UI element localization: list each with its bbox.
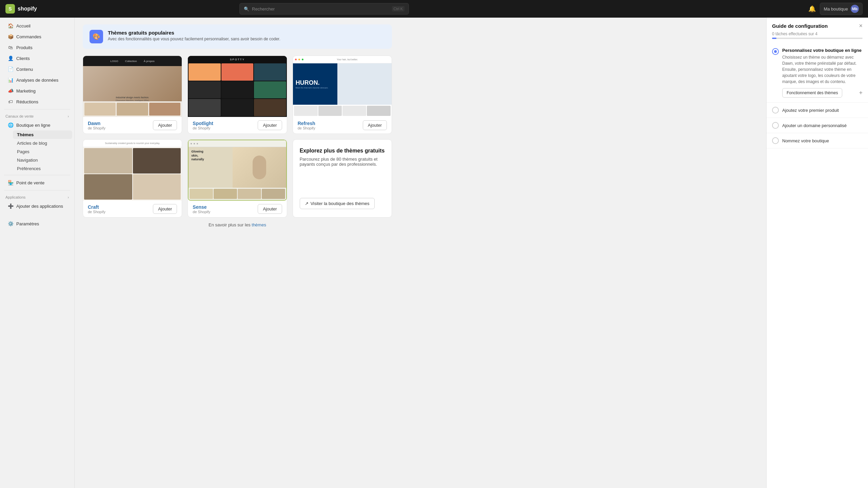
ma-boutique-button[interactable]: Ma boutique Mb: [820, 3, 863, 15]
external-link-icon: ↗: [305, 201, 309, 206]
sidebar-item-preferences[interactable]: Préférences: [13, 164, 72, 173]
sidebar-item-clients[interactable]: 👤 Clients: [2, 53, 72, 64]
marketing-icon: 📣: [7, 88, 14, 94]
sidebar-item-navigation[interactable]: Navigation: [13, 156, 72, 164]
visit-theme-store-button[interactable]: ↗ Visiter la boutique des thèmes: [300, 198, 375, 209]
add-sense-button[interactable]: Ajouter: [258, 204, 282, 214]
theme-card-bottom-dawn: Dawn de Shopify Ajouter: [83, 117, 182, 134]
theme-by-craft: de Shopify: [88, 210, 105, 214]
add-dawn-button[interactable]: Ajouter: [153, 120, 177, 130]
add-spotlight-button[interactable]: Ajouter: [258, 120, 282, 130]
notification-button[interactable]: 🔔: [808, 5, 816, 13]
sidebar-label-accueil: Accueil: [16, 23, 31, 28]
sidebar-item-reductions[interactable]: 🏷 Réductions: [2, 96, 72, 107]
sense-nav: [189, 140, 286, 147]
sidebar-label-boutique-en-ligne: Boutique en ligne: [16, 123, 50, 128]
sidebar-item-pages[interactable]: Pages: [13, 147, 72, 156]
logo[interactable]: S shopify: [5, 4, 37, 14]
task-action-btn-personnaliser[interactable]: Fonctionnement des thèmes: [782, 88, 842, 98]
sidebar-item-accueil[interactable]: 🏠 Accueil: [2, 20, 72, 31]
dawn-products: [83, 101, 182, 117]
task-expand-btn-personnaliser[interactable]: +: [859, 89, 863, 97]
refresh-products: [293, 105, 392, 117]
visit-label: Visiter la boutique des thèmes: [311, 201, 370, 206]
sidebar-item-boutique-en-ligne[interactable]: 🌐 Boutique en ligne: [2, 120, 72, 130]
themes-grid: LOGOCollectionÀ propos Industrial design…: [83, 56, 392, 218]
task-circle-premier-produit: [772, 107, 779, 114]
sidebar-item-ajouter-apps[interactable]: ➕ Ajouter des applications: [2, 201, 72, 211]
theme-card-sense: Glowingskin,naturally: [188, 139, 287, 218]
panel-title: Guide de configuration: [772, 23, 828, 29]
sidebar-label-articles: Articles de blog: [17, 141, 47, 146]
theme-preview-refresh: Your hair, but better. HURON. Meet the I…: [293, 56, 392, 117]
panel-task-premier-produit[interactable]: Ajoutez votre premier produit: [767, 103, 868, 118]
theme-card-spotlight: SPOTTY: [188, 56, 287, 134]
sidebar-item-contenu[interactable]: 📄 Contenu: [2, 64, 72, 75]
panel-task-personnaliser[interactable]: Personnalisez votre boutique en ligne Ch…: [767, 43, 868, 103]
sidebar-label-clients: Clients: [16, 56, 30, 61]
panel-progress-label: 0 tâches effectuées sur 4: [772, 32, 863, 36]
explore-title: Explorez plus de thèmes gratuits: [300, 148, 385, 154]
add-craft-button[interactable]: Ajouter: [153, 204, 177, 214]
theme-preview-craft: Sustainably created goods to nourish you…: [83, 140, 182, 201]
home-icon: 🏠: [7, 23, 14, 29]
sidebar-item-commandes[interactable]: 📦 Commandes: [2, 31, 72, 42]
applications-section-label: Applications ›: [0, 192, 74, 201]
theme-name-spotlight[interactable]: Spotlight: [193, 121, 213, 126]
theme-card-craft: Sustainably created goods to nourish you…: [83, 139, 182, 218]
add-refresh-button[interactable]: Ajouter: [363, 120, 387, 130]
search-bar[interactable]: 🔍 Ctrl K: [239, 3, 409, 15]
banner-description: Avec des fonctionnalités que vous pouvez…: [108, 37, 280, 41]
sidebar-label-point-vente: Point de vente: [16, 180, 44, 185]
boutique-label: Ma boutique: [824, 6, 848, 12]
themes-link[interactable]: thèmes: [252, 222, 266, 227]
progress-bar: [772, 38, 863, 39]
progress-fill: [772, 38, 776, 39]
explore-card: Explorez plus de thèmes gratuits Parcour…: [293, 139, 392, 218]
panel-task-nommer[interactable]: Nommez votre boutique: [767, 133, 868, 148]
panel-close-button[interactable]: ×: [859, 22, 863, 29]
sidebar-item-themes[interactable]: Thèmes: [13, 130, 72, 139]
sidebar-item-point-de-vente[interactable]: 🏪 Point de vente: [2, 177, 72, 188]
sidebar-divider-2: [4, 175, 70, 175]
sidebar-label-parametres: Paramètres: [16, 221, 39, 226]
logo-text: shopify: [18, 6, 37, 12]
point-vente-icon: 🏪: [7, 180, 14, 186]
boutique-en-ligne-icon: 🌐: [7, 122, 14, 128]
canaux-section-label: Canaux de vente ›: [0, 111, 74, 120]
theme-card-dawn: LOGOCollectionÀ propos Industrial design…: [83, 56, 182, 134]
task-text-premier-produit: Ajoutez votre premier produit: [782, 108, 839, 113]
content-area: 🎨 Thèmes gratuits populaires Avec des fo…: [75, 18, 766, 488]
sidebar-label-ajouter-apps: Ajouter des applications: [16, 204, 63, 209]
spotlight-nav: SPOTTY: [188, 56, 287, 63]
panel-task-domaine[interactable]: Ajouter un domaine personnalisé: [767, 118, 868, 133]
refresh-hero: HURON. Meet the Internet's favorite skin…: [293, 63, 392, 105]
theme-name-dawn[interactable]: Dawn: [88, 121, 105, 126]
sidebar: 🏠 Accueil 📦 Commandes 🛍 Produits 👤 Clien…: [0, 18, 75, 488]
topbar-right: 🔔 Ma boutique Mb: [808, 3, 863, 15]
theme-name-craft[interactable]: Craft: [88, 204, 105, 210]
theme-by-refresh: de Shopify: [298, 126, 315, 130]
sidebar-item-articles[interactable]: Articles de blog: [13, 139, 72, 147]
sidebar-item-marketing[interactable]: 📣 Marketing: [2, 85, 72, 96]
refresh-nav: Your hair, but better.: [293, 56, 392, 63]
sidebar-item-produits[interactable]: 🛍 Produits: [2, 42, 72, 53]
theme-card-bottom-spotlight: Spotlight de Shopify Ajouter: [188, 117, 287, 134]
search-input[interactable]: [252, 6, 389, 12]
reductions-icon: 🏷: [7, 99, 14, 105]
theme-name-refresh[interactable]: Refresh: [298, 121, 315, 126]
craft-nav: Sustainably created goods to nourish you…: [83, 140, 182, 147]
theme-name-sense[interactable]: Sense: [193, 204, 210, 210]
sidebar-item-parametres[interactable]: ⚙️ Paramètres: [2, 218, 72, 229]
sidebar-divider-1: [4, 109, 70, 109]
analyses-icon: 📊: [7, 77, 14, 83]
panel-progress-section: 0 tâches effectuées sur 4: [767, 29, 868, 43]
sidebar-divider-3: [4, 190, 70, 190]
dawn-nav: LOGOCollectionÀ propos: [83, 56, 182, 66]
sense-hero: Glowingskin,naturally: [189, 147, 286, 188]
task-title-personnaliser: Personnalisez votre boutique en ligne: [782, 48, 863, 53]
sidebar-label-marketing: Marketing: [16, 88, 36, 94]
theme-by-sense: de Shopify: [193, 210, 210, 214]
sense-products: [189, 188, 286, 200]
sidebar-item-analyses[interactable]: 📊 Analyses de données: [2, 75, 72, 85]
